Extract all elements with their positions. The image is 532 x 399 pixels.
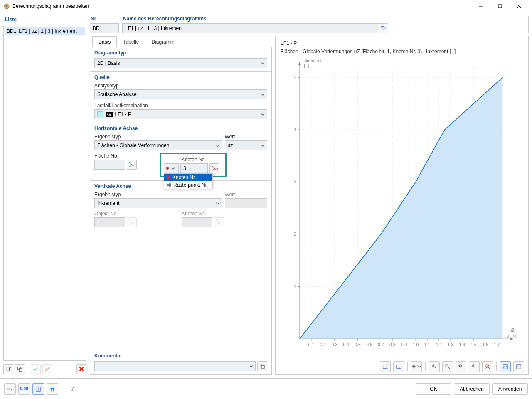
axis-y-config-button[interactable] bbox=[393, 361, 404, 372]
svg-rect-107 bbox=[460, 365, 461, 367]
objekt-label: Objekt No. bbox=[94, 211, 177, 217]
svg-text:0.8: 0.8 bbox=[389, 342, 396, 347]
svg-text:uZ: uZ bbox=[509, 328, 515, 332]
knoten-type-select[interactable] bbox=[164, 163, 179, 173]
window-close-button[interactable] bbox=[510, 0, 529, 12]
svg-text:0.9: 0.9 bbox=[401, 342, 407, 347]
zoom-window-button[interactable] bbox=[456, 361, 466, 372]
tab-diagramm[interactable]: Diagramm bbox=[145, 36, 180, 47]
pick-flaeche-button[interactable] bbox=[127, 160, 137, 170]
list-panel-title: Liste bbox=[5, 17, 86, 22]
zoom-prev-button[interactable] bbox=[469, 361, 480, 372]
delete-item-button[interactable] bbox=[76, 364, 86, 374]
chevron-down-icon bbox=[248, 365, 254, 368]
chart-title-1: LF1 - P bbox=[281, 40, 524, 46]
cancel-button[interactable]: Abbrechen bbox=[454, 383, 490, 395]
knoten-input[interactable]: 3 bbox=[180, 163, 208, 173]
svg-rect-96 bbox=[413, 365, 415, 366]
svg-text:1: 1 bbox=[294, 284, 296, 289]
zoom-reset-button[interactable] bbox=[482, 361, 493, 372]
chart-view-2-button[interactable] bbox=[513, 361, 524, 372]
v-wert-label: Wert bbox=[225, 192, 268, 197]
svg-text:0.7: 0.7 bbox=[378, 342, 384, 347]
svg-text:0.3: 0.3 bbox=[331, 342, 337, 347]
knoten-type-dropdown[interactable]: Knoten Nr. Rasterpunkt Nr. bbox=[164, 173, 213, 189]
dropdown-option-rasterpunkt[interactable]: Rasterpunkt Nr. bbox=[164, 181, 212, 189]
svg-text:2: 2 bbox=[294, 232, 296, 236]
include-button[interactable] bbox=[31, 364, 41, 374]
flaeche-input[interactable]: 1 bbox=[94, 160, 125, 170]
exclude-button[interactable] bbox=[42, 364, 52, 374]
svg-text:1.2: 1.2 bbox=[436, 342, 442, 347]
diagram-list[interactable]: BD1 LF1 | uz | 1 | 3 | Inkrement bbox=[3, 26, 86, 361]
footer-decimals-button[interactable]: 0,00 bbox=[18, 383, 30, 395]
print-button[interactable] bbox=[411, 361, 422, 372]
h-wert-select[interactable]: uᴢ bbox=[225, 140, 268, 150]
rename-button[interactable] bbox=[378, 23, 388, 33]
svg-rect-13 bbox=[167, 183, 171, 187]
window-maximize-button[interactable] bbox=[490, 0, 510, 12]
footer-members-button[interactable] bbox=[47, 383, 58, 395]
tab-basis[interactable]: Basis bbox=[92, 36, 117, 47]
svg-text:1.3: 1.3 bbox=[448, 342, 454, 347]
list-item-id: BD1 bbox=[7, 28, 16, 34]
objekt-input bbox=[94, 217, 125, 227]
svg-text:1.1: 1.1 bbox=[424, 342, 431, 347]
diagrammtyp-title: Diagrammtyp bbox=[94, 50, 267, 56]
nr-input[interactable]: BD1 bbox=[90, 23, 119, 33]
color-swatch bbox=[97, 111, 103, 117]
svg-text:0.5: 0.5 bbox=[355, 342, 361, 347]
lastfall-select[interactable]: G LF1 - P bbox=[94, 109, 267, 119]
kommentar-edit-button[interactable] bbox=[257, 361, 267, 371]
new-item-button[interactable] bbox=[3, 364, 13, 374]
chevron-down-icon bbox=[170, 167, 176, 170]
list-item[interactable]: BD1 LF1 | uz | 1 | 3 | Inkrement bbox=[5, 27, 85, 35]
footer-key-button[interactable] bbox=[4, 383, 16, 395]
svg-text:0.6: 0.6 bbox=[366, 342, 372, 347]
v-knoten-input bbox=[182, 217, 212, 227]
svg-rect-97 bbox=[413, 367, 415, 368]
window-minimize-button[interactable] bbox=[471, 0, 490, 12]
v-ergebnistyp-select[interactable]: Inkrement bbox=[94, 198, 222, 208]
preview-placeholder bbox=[392, 16, 529, 33]
footer-function-button[interactable] bbox=[67, 383, 79, 395]
ok-button[interactable]: OK bbox=[416, 383, 451, 395]
loadcase-badge: G bbox=[106, 112, 113, 117]
name-input[interactable]: LF1 | uᴢ | 1 | 3 | Inkrement bbox=[122, 23, 378, 33]
kommentar-title: Kommentar bbox=[94, 353, 267, 359]
svg-marker-46 bbox=[510, 337, 514, 340]
svg-text:0.1: 0.1 bbox=[308, 342, 315, 347]
kommentar-input[interactable] bbox=[94, 361, 256, 371]
quelle-title: Quelle bbox=[94, 74, 267, 80]
list-item-label: LF1 | uz | 1 | 3 | Inkrement bbox=[19, 28, 76, 34]
tab-tabelle[interactable]: Tabelle bbox=[117, 36, 145, 47]
apply-button[interactable]: Anwenden bbox=[492, 383, 528, 395]
chevron-down-icon bbox=[259, 144, 266, 148]
svg-text:0.4: 0.4 bbox=[343, 342, 349, 347]
footer-layout-button[interactable] bbox=[32, 383, 44, 395]
analysetyp-select[interactable]: Statische Analyse bbox=[94, 89, 267, 99]
h-ergebnistyp-label: Ergebnistyp bbox=[94, 134, 222, 140]
flaeche-label: Fläche No. bbox=[94, 153, 157, 159]
svg-line-103 bbox=[448, 367, 450, 369]
chart-view-1-button[interactable] bbox=[500, 361, 511, 372]
zoom-in-button[interactable] bbox=[429, 361, 440, 372]
zoom-out-button[interactable] bbox=[442, 361, 453, 372]
svg-text:3: 3 bbox=[294, 179, 296, 184]
svg-rect-113 bbox=[503, 365, 508, 369]
h-ergebnistyp-select[interactable]: Flächen - Globale Verformungen bbox=[94, 140, 222, 150]
svg-text:1.7: 1.7 bbox=[494, 342, 500, 347]
svg-text:1.6: 1.6 bbox=[482, 342, 488, 347]
chevron-down-icon bbox=[259, 62, 266, 65]
axis-x-config-button[interactable] bbox=[380, 361, 391, 372]
svg-point-115 bbox=[520, 365, 521, 367]
dropdown-option-knoten[interactable]: Knoten Nr. bbox=[164, 174, 212, 181]
pick-objekt-button bbox=[127, 217, 137, 227]
svg-rect-1 bbox=[6, 5, 7, 7]
diagrammtyp-select[interactable]: 2D | Basis bbox=[94, 58, 267, 68]
duplicate-item-button[interactable] bbox=[15, 364, 25, 374]
analysetyp-label: Analysetyp bbox=[94, 83, 267, 89]
name-label: Name des Berechnungsdiagramms bbox=[122, 16, 388, 22]
chevron-down-icon bbox=[259, 93, 266, 96]
pick-knoten-button[interactable] bbox=[209, 163, 219, 173]
